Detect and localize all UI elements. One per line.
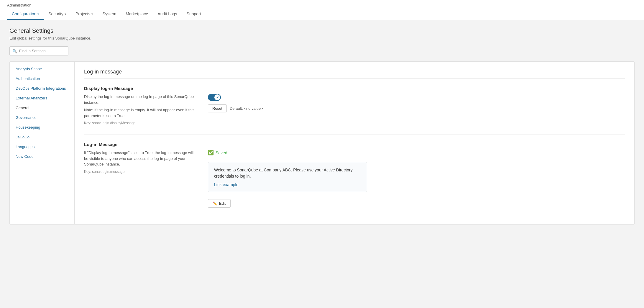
sidebar-item-governance[interactable]: Governance bbox=[10, 113, 74, 122]
chevron-down-icon: ▾ bbox=[37, 12, 39, 16]
search-box: 🔍 bbox=[9, 46, 635, 55]
sidebar-item-general[interactable]: General bbox=[10, 103, 74, 113]
chevron-down-icon: ▾ bbox=[91, 12, 93, 16]
setting-row-display-login: Display the log-in message on the log-in… bbox=[84, 94, 625, 125]
edit-label: Edit bbox=[219, 201, 226, 206]
divider bbox=[84, 135, 625, 135]
reset-button[interactable]: Reset bbox=[208, 104, 227, 112]
pencil-icon: ✏️ bbox=[213, 201, 217, 206]
setting-control-login-message: ✅ Saved! Welcome to SonarQube at Company… bbox=[208, 150, 625, 208]
page-subtitle: Edit global settings for this SonarQube … bbox=[9, 36, 635, 40]
nav-tabs: Configuration ▾ Security ▾ Projects ▾ Sy… bbox=[7, 9, 637, 20]
edit-button[interactable]: ✏️ Edit bbox=[208, 199, 231, 208]
setting-block-login-message: Log-in Message If "Display log-in messag… bbox=[84, 142, 625, 208]
toggle-thumb bbox=[214, 94, 220, 100]
setting-desc-text1: Display the log-in message on the log-in… bbox=[84, 94, 196, 105]
tab-support[interactable]: Support bbox=[182, 9, 206, 20]
tab-security[interactable]: Security ▾ bbox=[44, 9, 71, 20]
content-area: Log-in message Display log-in Message Di… bbox=[75, 62, 634, 224]
sidebar-item-authentication[interactable]: Authentication bbox=[10, 74, 74, 83]
setting-name-display-login: Display log-in Message bbox=[84, 86, 625, 91]
setting-block-display-login: Display log-in Message Display the log-i… bbox=[84, 86, 625, 125]
setting-desc-login-message: If "Display log-in message" is set to Tr… bbox=[84, 150, 196, 167]
check-icon: ✅ bbox=[208, 150, 214, 155]
tab-marketplace[interactable]: Marketplace bbox=[121, 9, 153, 20]
search-input[interactable] bbox=[9, 46, 68, 55]
toggle-display-login[interactable] bbox=[208, 94, 221, 101]
default-value-text: Default: <no value> bbox=[230, 106, 263, 111]
setting-row-login-message: If "Display log-in message" is set to Tr… bbox=[84, 150, 625, 208]
saved-text: Saved! bbox=[216, 150, 229, 155]
setting-desc-text2: Note: If the log-in message is empty. It… bbox=[84, 107, 196, 119]
toggle-track bbox=[208, 94, 221, 101]
main-layout: Analysis Scope Authentication DevOps Pla… bbox=[9, 61, 635, 225]
setting-control-display-login: Reset Default: <no value> bbox=[208, 94, 625, 112]
setting-name-login-message: Log-in Message bbox=[84, 142, 625, 147]
tab-configuration[interactable]: Configuration ▾ bbox=[7, 9, 44, 20]
page-title: General Settings bbox=[9, 27, 635, 34]
sidebar-item-housekeeping[interactable]: Housekeeping bbox=[10, 122, 74, 132]
sidebar-scroll: Analysis Scope Authentication DevOps Pla… bbox=[10, 64, 74, 161]
top-bar: Administration Configuration ▾ Security … bbox=[0, 0, 644, 20]
chevron-down-icon: ▾ bbox=[65, 12, 66, 16]
sidebar: Analysis Scope Authentication DevOps Pla… bbox=[10, 62, 75, 224]
tab-system[interactable]: System bbox=[98, 9, 121, 20]
sidebar-item-devops-platform[interactable]: DevOps Platform Integrations bbox=[10, 83, 74, 93]
saved-indicator: ✅ Saved! bbox=[208, 150, 229, 155]
sidebar-item-new-code[interactable]: New Code bbox=[10, 152, 74, 161]
sidebar-item-analysis-scope[interactable]: Analysis Scope bbox=[10, 64, 74, 74]
tab-audit-logs[interactable]: Audit Logs bbox=[153, 9, 182, 20]
sidebar-item-jacoco[interactable]: JaCoCo bbox=[10, 132, 74, 142]
setting-description-display-login: Display the log-in message on the log-in… bbox=[84, 94, 196, 125]
setting-description-login-message: If "Display log-in message" is set to Tr… bbox=[84, 150, 196, 174]
sidebar-item-external-analyzers[interactable]: External Analyzers bbox=[10, 93, 74, 103]
tab-projects[interactable]: Projects ▾ bbox=[71, 9, 98, 20]
section-title: Log-in message bbox=[84, 69, 625, 79]
sidebar-item-languages[interactable]: Languages bbox=[10, 142, 74, 152]
message-preview-box: Welcome to SonarQube at Company ABC. Ple… bbox=[208, 162, 367, 192]
reset-row: Reset Default: <no value> bbox=[208, 104, 263, 112]
search-icon: 🔍 bbox=[12, 49, 17, 53]
setting-key-login-message: Key: sonar.login.message bbox=[84, 170, 124, 174]
setting-key-label: Key: sonar.login.displayMessage bbox=[84, 121, 136, 125]
admin-title: Administration bbox=[7, 0, 637, 9]
page-content: General Settings Edit global settings fo… bbox=[0, 20, 644, 232]
message-link[interactable]: Link example bbox=[214, 182, 239, 187]
message-content: Welcome to SonarQube at Company ABC. Ple… bbox=[214, 167, 361, 179]
